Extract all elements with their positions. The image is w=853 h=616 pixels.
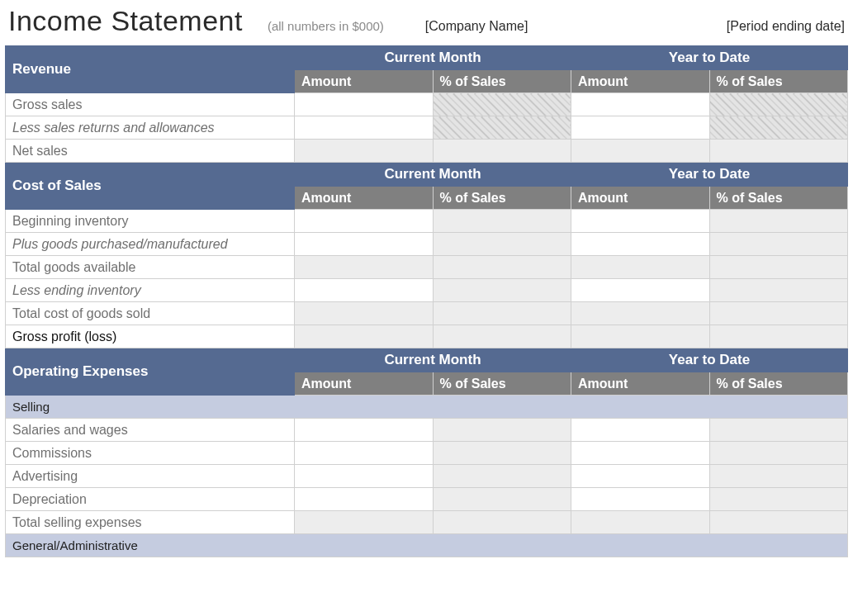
cell-calc (709, 256, 848, 279)
cell-input[interactable] (571, 279, 710, 302)
col-pct-cm: % of Sales (433, 187, 571, 210)
cell-calc (433, 140, 571, 163)
cell-calc (709, 233, 848, 256)
cell-calc (709, 140, 848, 163)
row-plus-goods: Plus goods purchased/manufactured (6, 233, 295, 256)
cell-na (433, 93, 571, 116)
cell-calc (433, 465, 571, 488)
category-selling: Selling (6, 396, 848, 419)
cell-input[interactable] (571, 93, 710, 116)
cell-input[interactable] (571, 116, 710, 140)
cell-calc (295, 140, 434, 163)
row-less-returns: Less sales returns and allowances (6, 116, 295, 140)
cell-input[interactable] (571, 465, 710, 488)
cell-input[interactable] (571, 488, 710, 511)
cell-na (433, 116, 571, 140)
col-pct-ytd: % of Sales (709, 70, 848, 93)
colgroup-current-month: Current Month (295, 163, 571, 187)
colgroup-current-month: Current Month (295, 348, 571, 372)
row-depreciation: Depreciation (6, 488, 295, 511)
row-total-goods-available: Total goods available (6, 256, 295, 279)
cell-calc (571, 511, 710, 534)
section-revenue: Revenue (6, 46, 295, 93)
section-operating-expenses: Operating Expenses (6, 348, 295, 396)
cell-calc (295, 325, 434, 348)
row-net-sales: Net sales (6, 140, 295, 163)
cell-input[interactable] (295, 465, 434, 488)
row-gross-profit: Gross profit (loss) (6, 325, 295, 348)
cell-input[interactable] (571, 210, 710, 233)
colgroup-year-to-date: Year to Date (571, 163, 848, 187)
row-gross-sales: Gross sales (6, 93, 295, 116)
cell-calc (295, 256, 434, 279)
cell-calc (295, 511, 434, 534)
col-pct-ytd: % of Sales (709, 372, 848, 396)
row-total-selling-expenses: Total selling expenses (6, 511, 295, 534)
col-amount-ytd: Amount (571, 372, 710, 396)
cell-calc (709, 511, 848, 534)
cell-calc (433, 511, 571, 534)
cell-input[interactable] (295, 442, 434, 465)
cell-input[interactable] (295, 419, 434, 442)
row-salaries-wages: Salaries and wages (6, 419, 295, 442)
cell-calc (709, 325, 848, 348)
cell-calc (433, 256, 571, 279)
cell-calc (709, 465, 848, 488)
cell-calc (433, 488, 571, 511)
document-header: Income Statement (all numbers in $000) [… (5, 5, 848, 37)
col-amount-ytd: Amount (571, 187, 710, 210)
cell-calc (709, 442, 848, 465)
col-pct-cm: % of Sales (433, 372, 571, 396)
col-amount-ytd: Amount (571, 70, 710, 93)
row-total-cogs: Total cost of goods sold (6, 302, 295, 325)
col-pct-ytd: % of Sales (709, 187, 848, 210)
cell-calc (709, 488, 848, 511)
cell-input[interactable] (295, 116, 434, 140)
page-title: Income Statement (8, 5, 243, 37)
category-general-admin: General/Administrative (6, 534, 848, 557)
cell-calc (709, 210, 848, 233)
cell-calc (433, 233, 571, 256)
col-pct-cm: % of Sales (433, 70, 571, 93)
row-advertising: Advertising (6, 465, 295, 488)
colgroup-current-month: Current Month (295, 46, 571, 70)
cell-calc (433, 210, 571, 233)
colgroup-year-to-date: Year to Date (571, 348, 848, 372)
cell-input[interactable] (295, 233, 434, 256)
cell-input[interactable] (571, 419, 710, 442)
cell-calc (295, 302, 434, 325)
company-name-placeholder[interactable]: [Company Name] (425, 19, 528, 34)
col-amount-cm: Amount (295, 372, 434, 396)
row-commissions: Commissions (6, 442, 295, 465)
col-amount-cm: Amount (295, 187, 434, 210)
cell-na (709, 93, 848, 116)
cell-input[interactable] (295, 279, 434, 302)
row-less-ending-inventory: Less ending inventory (6, 279, 295, 302)
cell-input[interactable] (571, 442, 710, 465)
cell-calc (709, 279, 848, 302)
cell-calc (571, 325, 710, 348)
cell-calc (433, 419, 571, 442)
cell-input[interactable] (571, 233, 710, 256)
cell-calc (571, 302, 710, 325)
colgroup-year-to-date: Year to Date (571, 46, 848, 70)
cell-calc (433, 302, 571, 325)
cell-calc (571, 256, 710, 279)
cell-calc (433, 325, 571, 348)
cell-input[interactable] (295, 488, 434, 511)
cell-calc (709, 419, 848, 442)
units-note: (all numbers in $000) (268, 19, 384, 33)
row-beginning-inventory: Beginning inventory (6, 210, 295, 233)
section-cost-of-sales: Cost of Sales (6, 163, 295, 210)
cell-calc (433, 279, 571, 302)
cell-input[interactable] (295, 210, 434, 233)
col-amount-cm: Amount (295, 70, 434, 93)
cell-calc (571, 140, 710, 163)
income-statement-table: Revenue Current Month Year to Date Amoun… (5, 45, 848, 557)
cell-calc (433, 442, 571, 465)
cell-input[interactable] (295, 93, 434, 116)
cell-na (709, 116, 848, 140)
period-ending-placeholder[interactable]: [Period ending date] (727, 19, 845, 34)
cell-calc (709, 302, 848, 325)
